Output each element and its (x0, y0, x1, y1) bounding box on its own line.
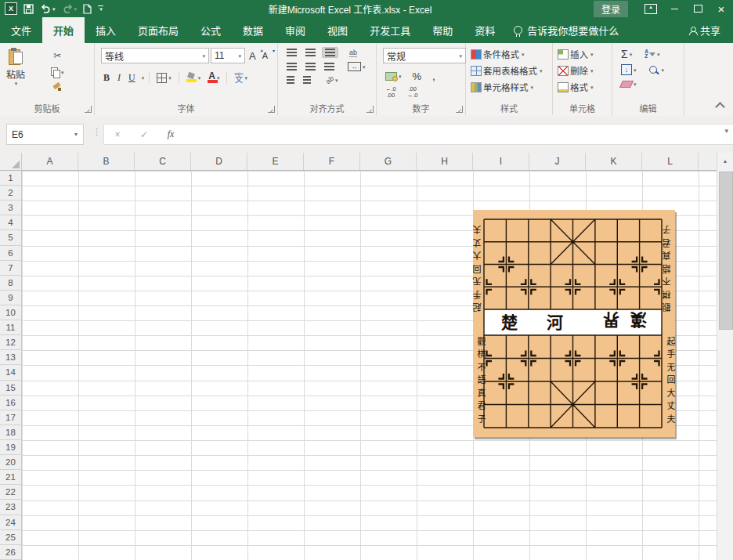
orientation-button[interactable]: ab ▾ (323, 75, 341, 85)
bold-button[interactable]: B (101, 71, 112, 85)
new-file-button[interactable] (83, 4, 92, 14)
tab-formulas[interactable]: 公式 (190, 17, 232, 43)
row-header[interactable]: 10 (0, 305, 21, 320)
increase-decimal-button[interactable]: ←.0 .00 (383, 85, 399, 100)
align-left-button[interactable] (284, 62, 299, 71)
row-header[interactable]: 15 (0, 381, 21, 396)
decrease-decimal-button[interactable]: .00 →.0 (405, 85, 421, 100)
align-top-button[interactable] (284, 48, 299, 57)
fill-color-button[interactable]: ▾ (184, 72, 204, 83)
scroll-up-icon[interactable]: ▲ (717, 153, 733, 169)
find-select-button[interactable]: ▾ (647, 65, 667, 74)
italic-button[interactable]: I (115, 71, 123, 85)
select-all-corner[interactable] (0, 153, 22, 171)
row-header[interactable]: 21 (0, 470, 21, 485)
font-name-select[interactable]: 等线▾ (101, 48, 209, 63)
paste-button[interactable]: 粘贴 ▾ (6, 48, 25, 86)
chess-board-image[interactable]: 起手无回大丈夫 觀棋不語真君子 觀棋不語真君子 起手无回大丈夫 楚河 漢界 (473, 210, 675, 437)
row-header[interactable]: 6 (0, 246, 21, 261)
row-header[interactable]: 11 (0, 320, 21, 335)
autosum-button[interactable]: Σ▾ (619, 48, 634, 60)
column-header[interactable]: I (473, 153, 529, 170)
insert-function-button[interactable]: fx (157, 128, 184, 140)
align-right-button[interactable] (322, 62, 337, 71)
row-header[interactable]: 12 (0, 335, 21, 350)
minimize-button[interactable] (663, 0, 686, 17)
column-header[interactable]: H (417, 153, 473, 170)
merge-center-button[interactable]: ↔ ▾ (345, 61, 368, 72)
format-painter-button[interactable] (49, 82, 67, 93)
format-cells-button[interactable]: 格式▾ (558, 81, 610, 93)
customize-qat-button[interactable]: ▾ (98, 5, 103, 12)
row-header[interactable]: 26 (0, 545, 21, 560)
column-header[interactable]: E (247, 153, 304, 170)
tab-data[interactable]: 数据 (232, 17, 274, 43)
decrease-font-size-button[interactable]: A▾ (260, 51, 270, 61)
tell-me-box[interactable]: 告诉我你想要做什么 (506, 17, 626, 43)
collapse-ribbon-button[interactable] (715, 102, 725, 112)
name-box[interactable]: E6 ▾ (6, 124, 84, 145)
redo-button[interactable]: ▾ (62, 4, 78, 13)
tab-help[interactable]: 帮助 (421, 17, 464, 43)
tab-home[interactable]: 开始 (42, 17, 85, 43)
row-header[interactable]: 18 (0, 425, 21, 440)
column-header[interactable]: C (135, 153, 191, 170)
format-as-table-button[interactable]: 套用表格格式▾ (471, 64, 551, 77)
column-header[interactable]: B (78, 153, 135, 170)
row-header[interactable]: 19 (0, 440, 21, 455)
phonetic-guide-button[interactable]: wén文 ▾ (232, 70, 250, 85)
delete-cells-button[interactable]: 删除▾ (558, 64, 610, 77)
column-header[interactable]: A (22, 153, 78, 170)
enter-button[interactable]: ✓ (131, 129, 157, 140)
borders-button[interactable]: ▾ (154, 72, 174, 84)
row-header[interactable]: 5 (0, 230, 21, 245)
font-size-select[interactable]: 11▾ (211, 48, 245, 63)
accounting-format-button[interactable]: ▾ (383, 71, 404, 81)
cell-styles-button[interactable]: 单元格样式▾ (471, 81, 551, 93)
column-header[interactable]: J (529, 153, 586, 170)
row-header[interactable]: 3 (0, 201, 21, 215)
share-button[interactable]: 共享 (677, 17, 733, 43)
row-header[interactable]: 13 (0, 350, 21, 365)
row-header[interactable]: 1 (0, 171, 21, 186)
undo-button[interactable]: ▾ (40, 4, 56, 13)
wrap-text-button[interactable]: ab (347, 48, 359, 58)
conditional-formatting-button[interactable]: 条件格式▾ (471, 48, 551, 60)
sign-in-button[interactable]: 登录 (594, 1, 628, 17)
column-header[interactable]: L (642, 153, 699, 170)
underline-button[interactable]: U (126, 71, 138, 85)
row-header[interactable]: 2 (0, 186, 21, 201)
number-dialog-launcher[interactable] (456, 106, 463, 113)
increase-font-size-button[interactable]: A▴ (247, 50, 258, 62)
underline-dropdown-icon[interactable]: ▾ (142, 75, 145, 81)
row-header[interactable]: 20 (0, 455, 21, 470)
row-header[interactable]: 14 (0, 365, 21, 380)
clipboard-dialog-launcher[interactable] (85, 106, 92, 113)
row-header[interactable]: 23 (0, 500, 21, 515)
tab-ziliao[interactable]: 资料 (464, 17, 506, 43)
align-center-button[interactable] (303, 62, 318, 71)
font-dialog-launcher[interactable] (268, 106, 275, 113)
row-header[interactable]: 4 (0, 215, 21, 230)
formula-bar-expand-icon[interactable]: ▾ (724, 127, 728, 135)
row-header[interactable]: 25 (0, 530, 21, 545)
fill-button[interactable]: ↓▾ (619, 63, 639, 76)
row-header[interactable]: 22 (0, 485, 21, 500)
align-bottom-button[interactable] (322, 47, 338, 58)
tab-file[interactable]: 文件 (0, 17, 42, 43)
name-box-dropdown-icon[interactable]: ▾ (69, 131, 83, 138)
row-header[interactable]: 24 (0, 515, 21, 530)
maximize-button[interactable] (686, 0, 710, 17)
decrease-indent-button[interactable] (284, 75, 297, 85)
column-header[interactable]: D (191, 153, 247, 170)
ribbon-display-options-button[interactable]: ▴ (639, 0, 663, 17)
cancel-button[interactable]: × (104, 129, 131, 140)
tab-page-layout[interactable]: 页面布局 (127, 17, 190, 43)
number-format-select[interactable]: 常规▾ (383, 48, 466, 63)
scrollbar-thumb[interactable] (719, 172, 733, 330)
close-button[interactable]: × (710, 0, 733, 17)
row-header[interactable]: 9 (0, 291, 21, 305)
column-header[interactable]: F (304, 153, 360, 170)
copy-button[interactable]: ▾ (49, 67, 67, 78)
tab-review[interactable]: 审阅 (274, 17, 316, 43)
